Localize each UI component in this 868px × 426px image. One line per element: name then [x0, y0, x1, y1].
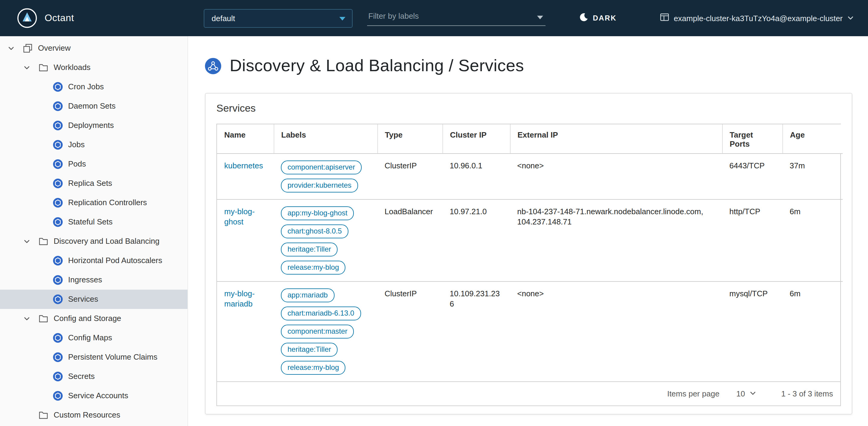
chevron-down-icon[interactable] [23, 238, 30, 245]
folder-icon [38, 63, 48, 73]
services-card: Services NameLabelsTypeCluster IPExterna… [205, 93, 852, 414]
service-name-link[interactable]: my-blog-ghost [224, 207, 255, 226]
services-table-body: kubernetescomponent:apiserverprovider:ku… [217, 153, 843, 381]
cell-target-ports: mysql/TCP [722, 281, 782, 381]
k8s-resource-icon [53, 217, 63, 227]
sidebar-item-ingresses[interactable]: Ingresses [0, 270, 187, 290]
cell-external-ip: nb-104-237-148-71.newark.nodebalancer.li… [510, 199, 722, 281]
k8s-resource-icon [53, 121, 63, 130]
cell-name: my-blog-mariadb [217, 281, 274, 381]
sidebar-item-stateful-sets[interactable]: Stateful Sets [0, 212, 187, 232]
sidebar-item-label: Overview [38, 38, 70, 58]
label-pill[interactable]: app:my-blog-ghost [281, 206, 354, 220]
chevron-down-icon [339, 17, 345, 21]
sidebar-item-overview[interactable]: Overview [0, 38, 187, 58]
label-pill[interactable]: heritage:Tiller [281, 242, 338, 256]
sidebar-item-label: Services [68, 290, 98, 309]
sidebar-item-pods[interactable]: Pods [0, 154, 187, 174]
cell-target-ports: 6443/TCP [722, 153, 782, 199]
cell-external-ip: <none> [510, 153, 722, 199]
cell-labels: component:apiserverprovider:kubernetes [274, 153, 377, 199]
sidebar-item-config-maps[interactable]: Config Maps [0, 328, 187, 347]
sidebar-item-label: Ingresses [68, 270, 102, 290]
cell-name: my-blog-ghost [217, 199, 274, 281]
namespace-dropdown[interactable]: default [204, 9, 352, 28]
context-switcher[interactable]: example-cluster-ka3TuTzYo4a@example-clus… [660, 0, 854, 36]
sidebar-item-persistent-volume-claims[interactable]: Persistent Volume Claims [0, 347, 187, 367]
k8s-resource-icon [53, 333, 63, 343]
datagrid-footer: Items per page 10 1 - 3 of 3 items [217, 381, 840, 405]
sidebar-item-label: Service Accounts [68, 386, 128, 405]
chevron-down-icon[interactable] [537, 16, 543, 19]
main-content: Discovery & Load Balancing / Services Se… [188, 36, 868, 426]
sidebar-item-label: Config and Storage [54, 309, 121, 328]
theme-toggle-button[interactable]: DARK [579, 0, 617, 36]
column-header-labels: Labels [274, 124, 377, 153]
table-row-kubernetes: kubernetescomponent:apiserverprovider:ku… [217, 153, 843, 199]
sidebar-item-config-and-storage[interactable]: Config and Storage [0, 309, 187, 328]
label-pill[interactable]: provider:kubernetes [281, 178, 358, 192]
sidebar-item-replication-controllers[interactable]: Replication Controllers [0, 193, 187, 212]
sidebar-item-discovery-and-load-balancing[interactable]: Discovery and Load Balancing [0, 232, 187, 251]
k8s-resource-icon [53, 294, 63, 304]
sidebar-item-deployments[interactable]: Deployments [0, 116, 187, 135]
k8s-resource-icon [53, 275, 63, 285]
sidebar-item-label: Config Maps [68, 328, 112, 347]
sidebar-item-label: Deployments [68, 116, 114, 135]
cell-cluster-ip: 10.97.21.0 [442, 199, 510, 281]
sidebar-item-service-accounts[interactable]: Service Accounts [0, 386, 187, 405]
label-pill[interactable]: app:mariadb [281, 288, 334, 302]
cell-labels: app:my-blog-ghostchart:ghost-8.0.5herita… [274, 199, 377, 281]
label-pill[interactable]: chart:mariadb-6.13.0 [281, 306, 361, 320]
column-header-target-ports: Target Ports [722, 124, 782, 153]
chevron-down-icon[interactable] [23, 315, 30, 322]
chevron-down-icon[interactable] [7, 45, 14, 52]
sidebar-item-custom-resources[interactable]: Custom Resources [0, 405, 187, 425]
octant-logo-icon[interactable] [17, 8, 37, 28]
services-datagrid: NameLabelsTypeCluster IPExternal IPTarge… [216, 124, 841, 406]
sidebar-item-label: Cron Jobs [68, 77, 104, 96]
label-filter-input[interactable] [367, 9, 546, 26]
k8s-resource-icon [53, 159, 63, 169]
service-name-link[interactable]: my-blog-mariadb [224, 289, 255, 308]
cell-age: 6m [782, 281, 843, 381]
octant-app: Octant default DARK examp [0, 0, 868, 426]
moon-icon [579, 12, 588, 24]
chevron-down-icon [847, 13, 854, 24]
sidebar-item-cron-jobs[interactable]: Cron Jobs [0, 77, 187, 96]
sidebar-item-label: Stateful Sets [68, 212, 113, 232]
cell-cluster-ip: 10.109.231.236 [442, 281, 510, 381]
sidebar-item-horizontal-pod-autoscalers[interactable]: Horizontal Pod Autoscalers [0, 251, 187, 270]
label-pill[interactable]: component:master [281, 324, 354, 338]
k8s-resource-icon [53, 82, 63, 92]
label-pill[interactable]: chart:ghost-8.0.5 [281, 224, 348, 238]
app-header: Octant default DARK examp [0, 0, 868, 36]
label-pill[interactable]: release:my-blog [281, 361, 346, 374]
sidebar-item-workloads[interactable]: Workloads [0, 58, 187, 77]
service-name-link[interactable]: kubernetes [224, 161, 263, 170]
sidebar-item-replica-sets[interactable]: Replica Sets [0, 174, 187, 193]
caret-spacer [23, 411, 30, 419]
label-pill[interactable]: release:my-blog [281, 260, 346, 274]
column-header-type: Type [377, 124, 442, 153]
items-per-page-select[interactable]: 10 [736, 389, 756, 398]
theme-toggle-label: DARK [593, 14, 617, 22]
services-table: NameLabelsTypeCluster IPExternal IPTarge… [217, 124, 843, 381]
k8s-resource-icon [53, 352, 63, 362]
column-header-external-ip: External IP [510, 124, 722, 153]
folder-icon [38, 236, 48, 246]
chevron-down-icon [750, 390, 756, 396]
label-pill[interactable]: component:apiserver [281, 160, 362, 174]
label-pill[interactable]: heritage:Tiller [281, 342, 338, 356]
sidebar-item-daemon-sets[interactable]: Daemon Sets [0, 96, 187, 116]
sidebar-item-services[interactable]: Services [0, 290, 187, 309]
page-title: Discovery & Load Balancing / Services [230, 56, 524, 76]
k8s-resource-icon [53, 391, 63, 401]
pagination-range: 1 - 3 of 3 items [781, 389, 833, 398]
sidebar-item-secrets[interactable]: Secrets [0, 367, 187, 386]
chevron-down-icon[interactable] [23, 64, 30, 71]
sidebar-item-jobs[interactable]: Jobs [0, 135, 187, 154]
page-title-row: Discovery & Load Balancing / Services [205, 56, 868, 76]
sidebar-item-label: Pods [68, 154, 86, 174]
label-filter [367, 9, 546, 27]
